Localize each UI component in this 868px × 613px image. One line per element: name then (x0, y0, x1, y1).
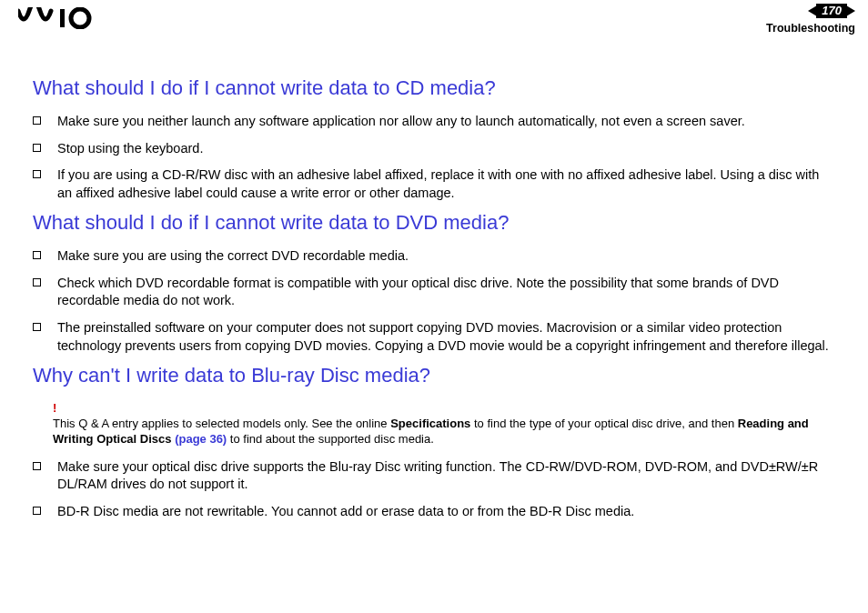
list-item: Make sure you neither launch any softwar… (33, 113, 835, 131)
list-item-text: Make sure you neither launch any softwar… (57, 113, 835, 131)
list-item-text: The preinstalled software on your comput… (57, 319, 835, 355)
answer-list-bluray: Make sure your optical disc drive suppor… (33, 458, 835, 521)
bullet-icon (33, 323, 41, 331)
note-text-post: to find about the supported disc media. (227, 432, 434, 446)
page-number: 170 (816, 4, 847, 18)
bullet-icon (33, 278, 41, 286)
list-item-text: BD-R Disc media are not rewritable. You … (57, 503, 835, 521)
header-right: 170 Troubleshooting (766, 4, 855, 35)
bullet-icon (33, 144, 41, 152)
list-item-text: Make sure your optical disc drive suppor… (57, 458, 835, 494)
alert-icon: ! (53, 400, 835, 417)
content-area: What should I do if I cannot write data … (0, 40, 868, 520)
list-item: Check which DVD recordable format is com… (33, 275, 835, 310)
note-bold-specifications: Specifications (390, 417, 470, 430)
list-item: BD-R Disc media are not rewritable. You … (33, 503, 835, 521)
svg-point-1 (71, 9, 89, 27)
question-heading-dvd: What should I do if I cannot write data … (33, 211, 835, 235)
list-item: Make sure your optical disc drive suppor… (33, 458, 835, 494)
list-item-text: If you are using a CD-R/RW disc with an … (57, 166, 835, 202)
question-heading-cd: What should I do if I cannot write data … (33, 76, 835, 100)
bullet-icon (33, 462, 41, 470)
list-item: The preinstalled software on your comput… (33, 319, 835, 355)
answer-list-dvd: Make sure you are using the correct DVD … (33, 247, 835, 355)
answer-list-cd: Make sure you neither launch any softwar… (33, 113, 835, 202)
page-nav: 170 (766, 4, 855, 18)
vaio-logo (18, 7, 106, 29)
question-heading-bluray: Why can't I write data to Blu-ray Disc m… (33, 364, 835, 387)
note-text-pre: This Q & A entry applies to selected mod… (53, 417, 390, 430)
svg-rect-0 (60, 9, 65, 27)
bullet-icon (33, 170, 41, 178)
note-text-mid: to find the type of your optical disc dr… (470, 417, 737, 430)
list-item: If you are using a CD-R/RW disc with an … (33, 166, 835, 202)
page-link-36[interactable]: (page 36) (175, 432, 227, 446)
list-item-text: Stop using the keyboard. (57, 140, 835, 158)
note-block: ! This Q & A entry applies to selected m… (53, 400, 835, 447)
list-item: Make sure you are using the correct DVD … (33, 247, 835, 266)
bullet-icon (33, 116, 41, 125)
next-page-arrow-icon[interactable] (846, 5, 855, 16)
page-header: 170 Troubleshooting (0, 0, 868, 40)
bullet-icon (33, 251, 41, 259)
page-container: 170 Troubleshooting What should I do if … (0, 0, 868, 613)
list-item-text: Check which DVD recordable format is com… (57, 275, 835, 310)
list-item: Stop using the keyboard. (33, 140, 835, 158)
list-item-text: Make sure you are using the correct DVD … (57, 247, 835, 266)
section-label: Troubleshooting (766, 22, 855, 35)
bullet-icon (33, 507, 41, 515)
